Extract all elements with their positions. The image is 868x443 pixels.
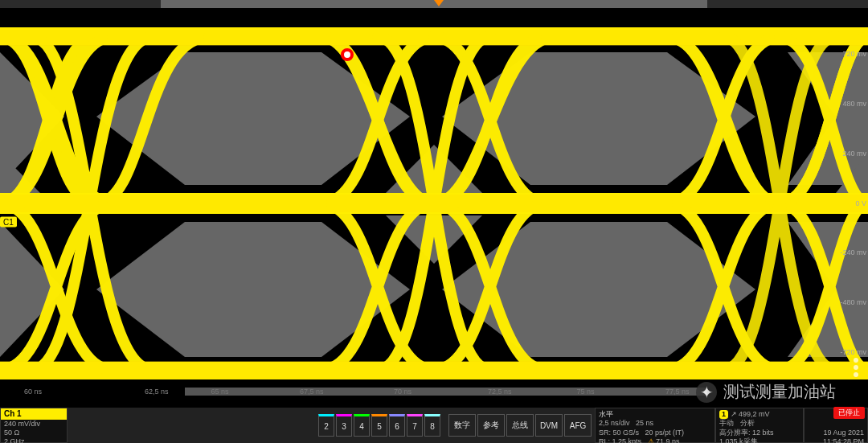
trigger-marker[interactable] — [434, 0, 444, 6]
warning-icon: ⚠ — [648, 437, 654, 443]
channel-6-button[interactable]: 6 — [389, 414, 405, 437]
channel-buttons: 2 3 4 5 6 7 8 数字 参考 总线 DVM AFG — [315, 408, 595, 443]
date-label: 19 Aug 2021 — [808, 429, 864, 437]
channel-5-button[interactable]: 5 — [371, 414, 387, 437]
ch1-readout[interactable]: Ch 1 240 mV/div 50 Ω 2 GHz — [0, 408, 68, 443]
channel-3-button[interactable]: 3 — [336, 414, 352, 437]
bus-button[interactable]: 总线 — [506, 414, 534, 437]
afg-button[interactable]: AFG — [564, 414, 592, 437]
ch1-scale: 240 mV/div — [1, 420, 67, 429]
time-start-label: 60 ns — [24, 388, 42, 396]
bottom-toolbar: Ch 1 240 mV/div 50 Ω 2 GHz 2 3 4 5 6 7 8… — [0, 408, 868, 443]
ch1-header: Ch 1 — [1, 408, 67, 420]
watermark: ✦ 测试测量加油站 — [696, 381, 836, 403]
rising-edge-icon: ↗ — [731, 410, 737, 418]
channel-7-button[interactable]: 7 — [407, 414, 423, 437]
wechat-icon: ✦ — [696, 382, 717, 403]
channel-2-button[interactable]: 2 — [318, 414, 334, 437]
trigger-ch-badge: 1 — [719, 410, 728, 419]
channel-4-button[interactable]: 4 — [354, 414, 370, 437]
trigger-readout[interactable]: 1 ↗ 499,2 mV 手动 分析 高分辨率: 12 bits 1.035 k… — [715, 408, 804, 443]
reference-button[interactable]: 参考 — [477, 414, 505, 437]
ch1-impedance: 50 Ω — [1, 429, 67, 437]
channel-8-button[interactable]: 8 — [424, 414, 440, 437]
ch1-bandwidth: 2 GHz — [1, 437, 67, 443]
trigger-point-marker — [342, 50, 352, 59]
time-label: 11:54:28 PM — [808, 437, 864, 443]
horizontal-title: 水平 — [599, 410, 711, 419]
time-tick-label: 62,5 ns — [145, 388, 169, 396]
digital-button[interactable]: 数字 — [448, 414, 476, 437]
dvm-button[interactable]: DVM — [535, 414, 563, 437]
waveform-area[interactable] — [0, 8, 868, 399]
horizontal-readout[interactable]: 水平 2,5 ns/div 25 ns SR: 50 GS/s 20 ps/pt… — [595, 408, 715, 443]
ch1-ground-marker[interactable]: C1 — [0, 216, 17, 227]
timeline-scale-bottom: 65 ns 67,5 ns 70 ns 72,5 ns 75 ns 77,5 n… — [185, 388, 707, 396]
y-axis-labels: 720 mv 480 mv 240 mv 0 V -240 mv -480 mv… — [840, 8, 866, 399]
eye-diagram-svg — [0, 8, 868, 399]
timeline-ruler-top — [0, 0, 868, 8]
overflow-menu-icon[interactable] — [854, 358, 858, 363]
run-stop-button[interactable]: 已停止 — [833, 407, 865, 419]
